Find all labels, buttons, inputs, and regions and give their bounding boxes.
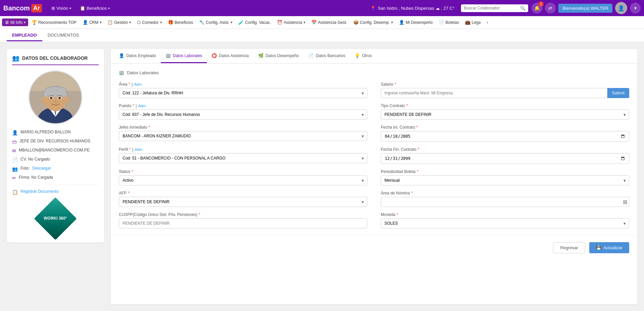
- fecha-ini-field-group: Fecha Ini. Contrato *: [381, 125, 629, 142]
- tab-datos-laborales[interactable]: 🏢 Datos Laborales: [161, 49, 207, 63]
- puesto-select[interactable]: Cód: 837 - Jefe de Div. Recursos Humanos: [119, 109, 367, 120]
- cuspp-input[interactable]: [119, 218, 367, 228]
- secnav-comedor[interactable]: ⬡ Comedor ▾: [134, 18, 164, 26]
- periodicidad-select[interactable]: Mensual: [381, 175, 629, 185]
- secnav-crm[interactable]: 👤 CRM ▾: [80, 18, 104, 26]
- register-doc-row[interactable]: 📋 Registrar Documento: [12, 189, 99, 195]
- secnav-config-asist[interactable]: 🔧 Config. Asist. ▾: [196, 18, 235, 26]
- cuspp-field-group: CUSPP(Código Único Sist. Priv. Pensiones…: [119, 212, 367, 228]
- secnav-boletas[interactable]: 📄 Boletas: [436, 18, 462, 26]
- dropdown-button[interactable]: ▾: [630, 3, 641, 13]
- employee-position-row: 🗃 JEFE DE DIV. RECURSOS HUMANOS: [12, 139, 99, 144]
- secnav-asistencia[interactable]: ⏰ Asistencia ▾: [274, 18, 308, 26]
- reconocimiento-label: Reconocimiento TOP: [38, 20, 77, 25]
- secnav-gestion[interactable]: 📋 Gestión ▾: [105, 18, 134, 26]
- secnav-mi-desempeno[interactable]: 👤 Mi Desempeño: [396, 18, 435, 26]
- afp-label: AFP *: [119, 191, 367, 195]
- area-label-text: Área: [119, 82, 127, 87]
- welcome-button[interactable]: Bienvenido(a) WALTER: [558, 4, 612, 13]
- form-section-title: 🏢 Datos Laborales: [119, 70, 629, 75]
- brand-logo[interactable]: Bancom Ar: [3, 4, 42, 12]
- comedor-label: Comedor: [142, 20, 158, 25]
- perfil-select[interactable]: Cod: 51 - BANCOMERCIO - CON PERSONAL A C…: [119, 153, 367, 163]
- jefe-select[interactable]: BANCOM - ARON KIZNER ZAMUDIO: [119, 131, 367, 141]
- status-select[interactable]: Activo: [119, 175, 367, 185]
- left-panel: 👥 DATOS DEL COLABORADOR: [7, 49, 104, 304]
- tipo-contrato-field-group: Tipo Contrato * PENDIENTE DE DEFINIR: [381, 103, 629, 120]
- form-section: 🏢 Datos Laborales Área * | Adm. Cód: 122…: [111, 63, 637, 235]
- tab-empleado[interactable]: EMPLEADO: [7, 30, 42, 41]
- area-field-group: Área * | Adm. Cód: 122 - Jefatura de Div…: [119, 82, 367, 98]
- asistencia-gest-icon: 📅: [311, 20, 317, 25]
- secnav-config-vacac[interactable]: 🧪 Config. Vacac.: [236, 18, 274, 26]
- perfil-required: *: [129, 147, 131, 152]
- area-adm-link[interactable]: Adm.: [134, 82, 143, 86]
- config-asist-icon: 🔧: [199, 20, 204, 25]
- avatar[interactable]: 👤: [615, 2, 627, 14]
- tab-datos-desempeno[interactable]: 🌿 Datos Desempeño: [254, 49, 304, 63]
- user-icon: 👤: [618, 5, 625, 11]
- crm-chevron: ▾: [100, 20, 101, 24]
- chevron-down-icon: ▾: [634, 5, 637, 11]
- area-select-wrap: Cód: 122 - Jefatura de Div. RRHH: [119, 88, 367, 98]
- vision-menu[interactable]: ⊞ Visión ▾: [49, 4, 74, 12]
- briefcase-icon: 🗃: [12, 139, 17, 144]
- afp-select[interactable]: PENDIENTE DE DEFINIR: [119, 197, 367, 207]
- register-doc-icon: 📋: [12, 189, 18, 195]
- moneda-select[interactable]: SOLES: [381, 218, 629, 228]
- mi-info-icon: 🖥: [5, 20, 9, 25]
- status-field-group: Status * Activo: [119, 169, 367, 185]
- beneficios-icon: 📋: [80, 6, 85, 11]
- fecha-fin-input[interactable]: [381, 153, 629, 164]
- weather-text: San Isidro , Nubes Dispersas ☁ , 27 C°: [378, 6, 454, 11]
- puesto-label: Puesto * | Adm.: [119, 103, 367, 108]
- datos-bancarios-icon: 📄: [308, 53, 314, 58]
- secnav-mi-info[interactable]: 🖥 Mi Info ▾: [2, 18, 28, 26]
- area-nomina-picker-button[interactable]: ⊞: [623, 199, 627, 205]
- notifications-button[interactable]: 🔔 2: [532, 3, 542, 13]
- actualizar-button[interactable]: 💾 Actualizar: [589, 242, 629, 253]
- fecha-ini-input[interactable]: [381, 131, 629, 142]
- perfil-separator: |: [132, 147, 133, 152]
- secnav-lega[interactable]: 💼 Lega: [462, 18, 484, 26]
- area-nomina-input[interactable]: [381, 197, 629, 207]
- salario-label: Salario *: [381, 82, 629, 87]
- tab-documentos[interactable]: DOCUMENTOS: [42, 30, 85, 41]
- tab-datos-asistencia[interactable]: ⭕ Datos Asistencia: [207, 49, 254, 63]
- area-select[interactable]: Cód: 122 - Jefatura de Div. RRHH: [119, 88, 367, 98]
- secnav-config-desemp[interactable]: 📦 Config. Desemp. ▾: [351, 18, 396, 26]
- tab-datos-empleado[interactable]: 👤 Datos Empleado: [114, 49, 161, 63]
- perfil-adm-link[interactable]: Adm.: [135, 147, 143, 151]
- datos-empleado-icon: 👤: [119, 53, 124, 58]
- transfer-button[interactable]: ⇄: [545, 3, 556, 13]
- boletas-icon: 📄: [439, 20, 444, 25]
- more-button[interactable]: ›: [484, 19, 491, 26]
- cv-row: 📄 CV: No Cargado: [12, 157, 99, 163]
- search-box[interactable]: 🔍: [461, 4, 528, 12]
- submit-button[interactable]: Submit: [607, 88, 629, 98]
- search-input[interactable]: [464, 6, 518, 10]
- puesto-adm-link[interactable]: Adm.: [138, 104, 147, 108]
- employee-position: JEFE DE DIV. RECURSOS HUMANOS: [19, 139, 90, 143]
- beneficios-menu[interactable]: 📋 Beneficios ▾: [77, 4, 112, 12]
- moneda-select-wrap: SOLES: [381, 218, 629, 228]
- jefe-label-text: Jefes Inmediato: [119, 125, 147, 130]
- tipo-contrato-select[interactable]: PENDIENTE DE DEFINIR: [381, 109, 629, 120]
- salario-input[interactable]: [381, 88, 607, 98]
- secnav-reconocimiento[interactable]: 🏆 Reconocimiento TOP: [29, 18, 79, 26]
- moneda-field-group: Moneda * SOLES: [381, 212, 629, 228]
- tab-otros[interactable]: 💡 Otros: [350, 49, 376, 63]
- datos-desempeno-icon: 🌿: [258, 53, 264, 58]
- secnav-beneficios[interactable]: 🎁 Beneficios: [165, 18, 196, 26]
- area-nomina-label-text: Área de Nómina: [381, 191, 410, 195]
- regresar-button[interactable]: Regresar: [553, 242, 585, 253]
- tipo-contrato-required: *: [406, 103, 408, 108]
- register-doc-link[interactable]: Registrar Documento: [20, 189, 58, 194]
- tipo-contrato-label: Tipo Contrato *: [381, 103, 629, 108]
- tab-documentos-label: DOCUMENTOS: [48, 33, 79, 38]
- worki-logo: WORKI 360°: [37, 200, 74, 237]
- secnav-asistencia-gest[interactable]: 📅 Asistencia Gest.: [309, 18, 350, 26]
- photo-download-link[interactable]: Descargar: [32, 166, 51, 171]
- tab-datos-bancarios[interactable]: 📄 Datos Bancarios: [304, 49, 350, 63]
- gestion-label: Gestión: [114, 20, 128, 25]
